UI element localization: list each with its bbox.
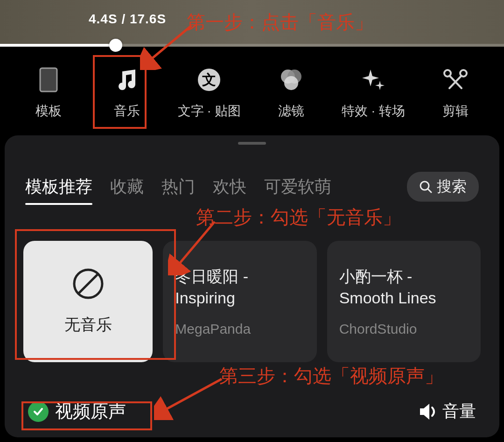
- volume-label: 音量: [442, 400, 476, 423]
- original-sound-toggle[interactable]: 视频原声: [28, 400, 126, 423]
- track-title: 小酌一杯 - Smooth Lines: [339, 266, 469, 309]
- svg-point-5: [284, 76, 298, 90]
- search-icon: [419, 180, 432, 193]
- category-hot[interactable]: 热门: [161, 175, 195, 198]
- progress-handle[interactable]: [109, 39, 122, 52]
- speaker-icon: [419, 403, 439, 421]
- tool-label: 文字 · 贴图: [178, 102, 241, 120]
- video-preview: 4.4S / 17.6S: [0, 0, 504, 47]
- svg-line-11: [428, 189, 431, 192]
- editor-toolbar: 模板 音乐 文 文字 · 贴图 滤镜 特效 · 转场 剪辑: [0, 47, 504, 131]
- music-panel: 模板推荐 收藏 热门 欢快 可爱软萌 搜索 无音乐 冬日暖阳 - Inspiri…: [5, 135, 499, 437]
- filter-icon: [277, 66, 305, 94]
- track-artist: MegaPanda: [175, 321, 251, 337]
- timeline-time: 4.4S / 17.6S: [89, 12, 166, 27]
- text-sticker-icon: 文: [195, 66, 223, 94]
- tool-effects[interactable]: 特效 · 转场: [342, 66, 405, 120]
- panel-drag-handle[interactable]: [238, 142, 266, 145]
- no-music-label: 无音乐: [64, 314, 112, 336]
- tool-label: 剪辑: [442, 102, 469, 120]
- panel-bottom-row: 视频原声 音量: [28, 400, 476, 423]
- card-track-1[interactable]: 冬日暖阳 - Inspiring MegaPanda: [163, 241, 316, 362]
- card-no-music[interactable]: 无音乐: [23, 241, 153, 362]
- tool-label: 特效 · 转场: [342, 102, 405, 120]
- svg-line-13: [78, 274, 98, 294]
- music-card-row: 无音乐 冬日暖阳 - Inspiring MegaPanda 小酌一杯 - Sm…: [5, 208, 499, 376]
- track-artist: ChordStudio: [339, 321, 417, 337]
- search-button[interactable]: 搜索: [407, 172, 479, 202]
- music-icon: [113, 66, 141, 94]
- svg-text:文: 文: [202, 72, 216, 87]
- category-cute[interactable]: 可爱软萌: [264, 175, 331, 198]
- original-sound-label: 视频原声: [55, 400, 126, 423]
- track-title: 冬日暖阳 - Inspiring: [175, 266, 304, 309]
- search-label: 搜索: [437, 176, 467, 197]
- tool-template[interactable]: 模板: [21, 66, 77, 120]
- category-recommended[interactable]: 模板推荐: [25, 175, 92, 198]
- tool-filter[interactable]: 滤镜: [263, 66, 319, 120]
- music-categories: 模板推荐 收藏 热门 欢快 可爱软萌 搜索: [5, 149, 499, 208]
- svg-rect-0: [40, 68, 57, 91]
- tool-cut[interactable]: 剪辑: [427, 66, 483, 120]
- tool-text-sticker[interactable]: 文 文字 · 贴图: [178, 66, 241, 120]
- sparkle-icon: [359, 66, 387, 94]
- tool-label: 滤镜: [278, 102, 304, 120]
- scissors-icon: [441, 66, 469, 94]
- category-favorites[interactable]: 收藏: [110, 175, 144, 198]
- template-icon: [35, 66, 63, 94]
- checkmark-icon: [28, 401, 49, 422]
- tool-label: 模板: [35, 102, 62, 120]
- category-happy[interactable]: 欢快: [213, 175, 246, 198]
- tool-label: 音乐: [114, 102, 140, 120]
- prohibit-icon: [72, 267, 105, 300]
- progress-fill: [0, 44, 116, 47]
- volume-button[interactable]: 音量: [419, 400, 476, 423]
- tool-music[interactable]: 音乐: [99, 66, 155, 120]
- card-track-2[interactable]: 小酌一杯 - Smooth Lines ChordStudio: [327, 241, 481, 362]
